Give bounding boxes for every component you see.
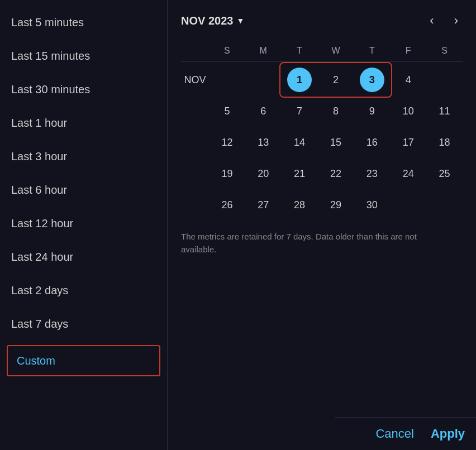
preset-panel: Last 5 minutesLast 15 minutesLast 30 min… <box>0 0 168 450</box>
calendar-nav: ‹ › <box>425 11 463 30</box>
calendar-body: NOV1234567891011121314151617181920212223… <box>181 60 463 221</box>
day-number: 16 <box>360 130 384 155</box>
month-year-dropdown[interactable]: NOV 2023 ▼ <box>181 15 244 27</box>
calendar-day-cell[interactable]: 3 <box>354 64 390 95</box>
day-number: 9 <box>360 99 384 123</box>
month-label <box>181 127 209 158</box>
day-number: 3 <box>360 68 384 92</box>
day-number: 18 <box>432 130 457 155</box>
weekday-header: M <box>245 41 282 60</box>
weekday-header: F <box>390 41 426 60</box>
day-number: 15 <box>323 130 348 155</box>
custom-preset-item[interactable]: Custom <box>7 345 160 376</box>
calendar-day-cell[interactable]: 25 <box>426 158 463 189</box>
preset-item-last-24-hour[interactable]: Last 24 hour <box>0 240 167 274</box>
weekday-header: W <box>318 41 354 60</box>
calendar-day-cell[interactable]: 24 <box>390 158 426 189</box>
calendar-day-cell[interactable]: 16 <box>354 127 390 158</box>
calendar-day-cell[interactable]: 26 <box>209 189 245 221</box>
apply-button[interactable]: Apply <box>431 427 465 441</box>
weekday-header: S <box>426 41 463 60</box>
calendar-day-cell[interactable]: 18 <box>426 127 463 158</box>
calendar-day-cell[interactable]: 21 <box>282 158 318 189</box>
calendar-row: 2627282930 <box>181 189 463 221</box>
weekday-header: S <box>209 41 245 60</box>
preset-item-last-2-days[interactable]: Last 2 days <box>0 274 167 307</box>
day-number: 1 <box>287 68 312 92</box>
bottom-action-bar: Cancel Apply <box>335 417 476 450</box>
calendar-day-cell[interactable]: 10 <box>390 95 426 127</box>
day-number: 14 <box>287 130 312 155</box>
calendar-day-cell[interactable]: 22 <box>318 158 354 189</box>
chevron-down-icon: ▼ <box>236 16 244 25</box>
calendar-day-cell[interactable]: 5 <box>209 95 245 127</box>
day-number: 25 <box>432 161 457 186</box>
calendar-day-cell[interactable]: 13 <box>245 127 282 158</box>
day-number: 5 <box>215 99 239 123</box>
calendar-day-cell[interactable]: 12 <box>209 127 245 158</box>
day-number: 2 <box>323 68 348 92</box>
month-label <box>181 95 209 127</box>
preset-item-last-30-min[interactable]: Last 30 minutes <box>0 73 167 106</box>
calendar-day-cell[interactable]: 14 <box>282 127 318 158</box>
day-number: 20 <box>251 161 275 186</box>
calendar-day-cell[interactable]: 27 <box>245 189 282 221</box>
preset-item-last-7-days[interactable]: Last 7 days <box>0 307 167 341</box>
calendar-day-cell[interactable]: 7 <box>282 95 318 127</box>
calendar-row: 567891011 <box>181 95 463 127</box>
calendar-day-cell[interactable]: 23 <box>354 158 390 189</box>
calendar-day-cell <box>245 64 282 95</box>
preset-item-last-5-min[interactable]: Last 5 minutes <box>0 6 167 39</box>
calendar-day-cell[interactable]: 19 <box>209 158 245 189</box>
day-number: 30 <box>360 193 384 217</box>
calendar-day-cell[interactable]: 30 <box>354 189 390 221</box>
apply-label: Apply <box>431 427 465 441</box>
cancel-label: Cancel <box>375 427 413 441</box>
cancel-button[interactable]: Cancel <box>375 427 413 441</box>
preset-item-last-6-hour[interactable]: Last 6 hour <box>0 173 167 207</box>
calendar-day-cell[interactable]: 17 <box>390 127 426 158</box>
calendar-table: SMTWTFS NOV12345678910111213141516171819… <box>181 41 463 221</box>
calendar-day-cell[interactable]: 11 <box>426 95 463 127</box>
day-number: 12 <box>215 130 239 155</box>
weekday-header: T <box>282 41 318 60</box>
day-number: 29 <box>323 193 348 217</box>
calendar-header: NOV 2023 ▼ ‹ › <box>181 11 463 30</box>
calendar-day-cell[interactable]: 9 <box>354 95 390 127</box>
calendar-day-cell[interactable]: 20 <box>245 158 282 189</box>
day-number: 4 <box>396 68 421 92</box>
day-number: 23 <box>360 161 384 186</box>
date-picker-container: Last 5 minutesLast 15 minutesLast 30 min… <box>0 0 476 450</box>
next-month-button[interactable]: › <box>450 11 463 30</box>
calendar-day-cell[interactable]: 1 <box>282 64 318 95</box>
prev-month-button[interactable]: ‹ <box>425 11 438 30</box>
day-number: 22 <box>323 161 348 186</box>
calendar-panel: NOV 2023 ▼ ‹ › SMTWTFS NOV12345678910111… <box>168 0 476 450</box>
calendar-day-cell[interactable]: 29 <box>318 189 354 221</box>
preset-item-last-3-hour[interactable]: Last 3 hour <box>0 140 167 173</box>
calendar-day-cell[interactable]: 8 <box>318 95 354 127</box>
day-number: 28 <box>287 193 312 217</box>
day-number: 13 <box>251 130 275 155</box>
day-number: 21 <box>287 161 312 186</box>
calendar-day-cell[interactable]: 15 <box>318 127 354 158</box>
preset-list: Last 5 minutesLast 15 minutesLast 30 min… <box>0 6 167 341</box>
day-number: 19 <box>215 161 239 186</box>
day-number: 27 <box>251 193 275 217</box>
calendar-day-cell[interactable]: 6 <box>245 95 282 127</box>
calendar-day-cell[interactable]: 4 <box>390 64 426 95</box>
preset-item-last-12-hour[interactable]: Last 12 hour <box>0 207 167 240</box>
month-label: NOV <box>181 64 209 95</box>
weekday-header-row: SMTWTFS <box>181 41 463 60</box>
day-number: 8 <box>323 99 348 123</box>
preset-item-last-15-min[interactable]: Last 15 minutes <box>0 39 167 73</box>
preset-item-last-1-hour[interactable]: Last 1 hour <box>0 106 167 140</box>
month-label <box>181 158 209 189</box>
retention-info-text: The metrics are retained for 7 days. Dat… <box>181 231 438 256</box>
calendar-day-cell <box>390 189 426 221</box>
calendar-day-cell[interactable]: 2 <box>318 64 354 95</box>
calendar-day-cell[interactable]: 28 <box>282 189 318 221</box>
day-number: 17 <box>396 130 421 155</box>
custom-label: Custom <box>17 355 55 367</box>
day-number: 6 <box>251 99 275 123</box>
